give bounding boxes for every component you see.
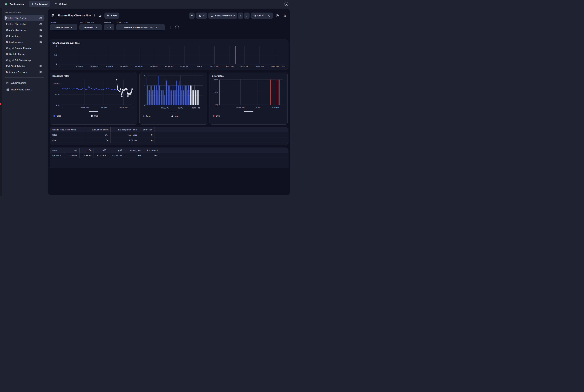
dashboard-menu-button[interactable]: ⋮ (92, 12, 97, 19)
sidebar-item-label: OpenPipeline usage… (6, 29, 38, 32)
help-button[interactable]: ? (284, 2, 288, 6)
kebab-icon: ⋮ (93, 14, 96, 18)
chevron-down-icon (233, 15, 235, 16)
column-header-feature_flag.result.value[interactable]: feature_flag.result.value (50, 127, 85, 132)
sidebar-item-8[interactable]: Full-Stack Adaptive… (4, 63, 44, 69)
header-actions: + (189, 12, 288, 19)
timeframe-button[interactable]: Last 15 minutes (208, 12, 237, 19)
cell-feature_flag.result.value: false (50, 132, 85, 138)
column-header-p90[interactable]: p90 (94, 148, 108, 153)
filter-feature_flag_key: feature_flag_keynew-flow (80, 21, 102, 30)
column-header-route[interactable]: route (50, 148, 65, 153)
column-header-p50[interactable]: p50 (80, 148, 94, 153)
timeframe-forward-button[interactable] (244, 12, 250, 19)
svg-text:0 ns: 0 ns (56, 104, 60, 106)
sidebar-item-2[interactable]: OpenPipeline usage… (4, 27, 44, 33)
response-rates-chart[interactable]: 0 ns50 ms100 ms05:55 PM06 PM06:05 PM←→ (52, 78, 135, 110)
chart-scroll-indicator[interactable] (52, 111, 135, 112)
add-tile-button[interactable]: + (189, 12, 195, 19)
sidebar-item-0[interactable]: Feature Flag Obser… (4, 15, 44, 21)
svg-text:05:52 PM: 05:52 PM (75, 66, 83, 68)
sidebar-item-5[interactable]: Copy of Feature Flag da… (4, 45, 44, 51)
legend-label: true (94, 115, 98, 117)
column-header-p99[interactable]: p99 (108, 148, 124, 153)
sidebar-footer-item-0[interactable]: All dashboards (4, 80, 44, 86)
table-row[interactable]: /products71.52 ms71.63 ms81.57 ms101.30 … (50, 153, 288, 158)
column-header-throughput[interactable]: throughput (143, 148, 160, 153)
filter-value-dropdown[interactable]: * (104, 24, 114, 30)
chart-scroll-indicator[interactable] (212, 111, 285, 112)
chart-title: Error rates (212, 75, 285, 78)
upload-button[interactable]: Upload (52, 1, 69, 7)
legend-item-false[interactable]: false (53, 115, 61, 117)
column-header-avg[interactable]: avg (65, 148, 80, 153)
route-metrics-table-panel: routeavgp50p90p99failure_ratethroughput/… (50, 148, 288, 168)
cell-failure_rate: 2.66 (124, 153, 143, 158)
legend-item-true[interactable]: true (91, 115, 98, 117)
column-header-evaluation_count[interactable]: evaluation_count (85, 127, 110, 132)
column-header-filler (160, 148, 288, 153)
error-rates-chart[interactable]: 0%50%100%05:55 PM06 PM06:05 PM←→ (212, 78, 285, 110)
route-metrics-table[interactable]: routeavgp50p90p99failure_ratethroughput/… (50, 148, 288, 158)
history-button[interactable] (274, 12, 280, 19)
table-row[interactable]: false247411.41 µs0 (50, 132, 288, 138)
svg-text:05:55 PM: 05:55 PM (236, 106, 244, 108)
column-header-avg_response_time[interactable]: avg_response_time (110, 127, 139, 132)
filter-value-dropdown[interactable]: new-flow (80, 24, 102, 30)
legend-item-avg[interactable]: avg (213, 115, 220, 117)
sidebar-item-9[interactable]: Databases Overview (4, 69, 44, 75)
variables-button[interactable] (196, 12, 207, 19)
chart-legend: falsetrue (52, 115, 135, 118)
sidebar-item-1[interactable]: Feature Flag dashb… (4, 21, 44, 27)
filter-value-dropdown[interactable]: 651209c374a1f02aa2a3226c (116, 24, 165, 30)
cell-error_rate: 0 (139, 138, 154, 143)
svg-text:06 PM: 06 PM (255, 106, 260, 108)
chart-scroll-indicator[interactable] (142, 112, 205, 112)
change-events-chart[interactable]: 00.5105:52 PM05:53 PM05:54 PM05:55 PM05:… (52, 45, 285, 69)
sidebar-item-6[interactable]: Untitled dashboard (4, 51, 44, 57)
svg-text:0.5: 0.5 (54, 54, 57, 56)
column-header-failure_rate[interactable]: failure_rate (124, 148, 143, 153)
auto-refresh-label: Off (258, 14, 261, 17)
timeframe-back-button[interactable] (238, 12, 243, 19)
settings-button[interactable]: ⚙ (282, 12, 288, 19)
sidebar-item-4[interactable]: Network devices (4, 39, 44, 45)
refresh-button[interactable] (266, 12, 273, 19)
sidebar-item-label: Network devices (6, 41, 38, 44)
auto-refresh-button[interactable]: Off (251, 12, 266, 19)
collapse-sidebar-button[interactable] (50, 12, 56, 19)
svg-text:06 PM: 06 PM (101, 106, 107, 108)
app-brand[interactable]: Dashboards (4, 2, 24, 6)
app-title: Dashboards (10, 2, 24, 5)
filter-kebab-icon[interactable]: ⋮ (169, 26, 172, 29)
sidebar-scrollbar[interactable] (46, 102, 46, 116)
svg-text:06:02 PM: 06:02 PM (226, 66, 234, 68)
sync-status-button[interactable] (97, 12, 103, 19)
column-header-error_rate[interactable]: error_rate (139, 127, 154, 132)
svg-text:06:03 PM: 06:03 PM (240, 66, 248, 68)
svg-text:05:54 PM: 05:54 PM (105, 66, 113, 68)
sidebar-footer-item-1[interactable]: Ready-made dash… (4, 86, 44, 93)
legend-item-true[interactable]: true (172, 115, 178, 118)
chevron-down-icon (262, 15, 264, 16)
error-rates-svg: 0%50%100%05:55 PM06 PM06:05 PM←→ (212, 78, 285, 110)
tab-dashboard[interactable]: + Dashboard (29, 1, 50, 7)
panel-collapse-icon (51, 14, 55, 18)
table-row[interactable]: true541.01 ms0 (50, 138, 288, 143)
cell-avg: 71.52 ms (65, 153, 80, 158)
info-button[interactable]: i (175, 26, 179, 29)
legend-item-false[interactable]: false (143, 115, 150, 118)
cell-evaluation_count: 54 (85, 138, 110, 143)
svg-text:←: ← (148, 106, 150, 109)
share-button[interactable]: Share (104, 12, 120, 19)
response-rates-svg: 0 ns50 ms100 ms05:55 PM06 PM06:05 PM←→ (52, 78, 135, 110)
filter-value-dropdown[interactable]: java-backend (50, 24, 78, 30)
sidebar-item-7[interactable]: Copy of Full-Stack Adap… (4, 57, 44, 63)
sidebar-item-list: Feature Flag Obser…Feature Flag dashb…Op… (2, 15, 46, 75)
flag-summary-table[interactable]: feature_flag.result.valueevaluation_coun… (50, 127, 288, 143)
svg-text:←: ← (59, 65, 61, 68)
upload-icon (54, 2, 58, 6)
sidebar-item-3[interactable]: Getting started (4, 33, 44, 39)
chart-legend: falsetrue (142, 115, 205, 118)
evaluation-counts-chart[interactable]: 024605:55 PM06 PM06:05 PM←→ (142, 75, 205, 110)
